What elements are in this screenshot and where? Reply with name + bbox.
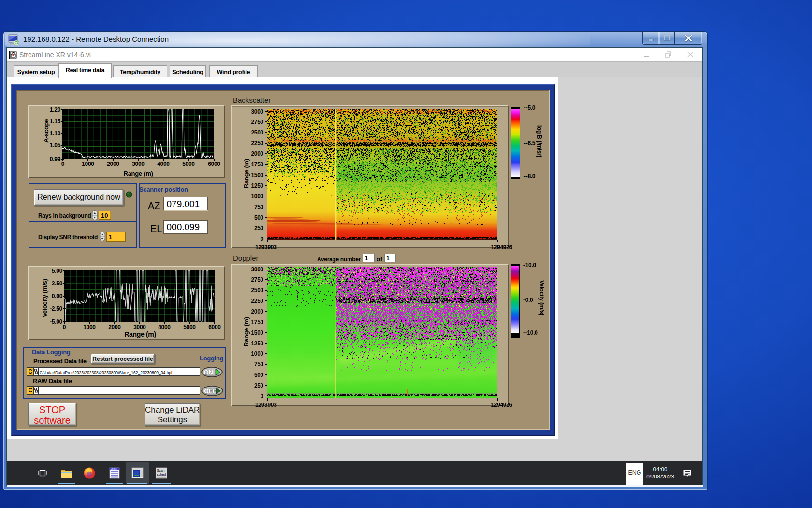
svg-text:Scan: Scan [157, 469, 165, 472]
svg-text:VEIER: VEIER [111, 468, 117, 470]
svg-text:ON: ON [204, 369, 213, 376]
svg-text:sched: sched [157, 473, 166, 476]
svg-text:OFF: OFF [204, 388, 216, 395]
